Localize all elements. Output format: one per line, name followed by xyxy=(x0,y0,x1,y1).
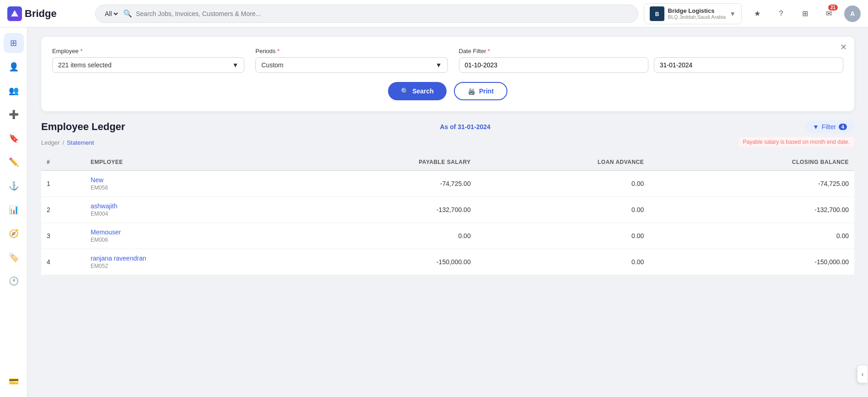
cell-payable-salary: -132,700.00 xyxy=(286,197,476,223)
ledger-table: # EMPLOYEE PAYABLE SALARY LOAN ADVANCE C… xyxy=(41,154,854,275)
col-num: # xyxy=(41,154,85,170)
cell-closing-balance: -150,000.00 xyxy=(649,249,854,275)
edit-icon: ✏️ xyxy=(9,157,19,167)
cell-num: 1 xyxy=(41,170,85,197)
logo-icon xyxy=(7,6,22,21)
as-of-text: As of 31-01-2024 xyxy=(440,123,491,131)
favorites-button[interactable]: ★ xyxy=(749,5,766,22)
cell-loan-advance: 0.00 xyxy=(476,223,650,249)
filter-btn-label: Filter xyxy=(822,123,836,131)
card-icon: 💳 xyxy=(9,376,19,386)
employee-name-link[interactable]: New xyxy=(91,176,280,184)
filter-card: ✕ Employee * 221 items selected ▼ Period… xyxy=(41,37,854,111)
cell-payable-salary: 0.00 xyxy=(286,223,476,249)
periods-required: * xyxy=(277,48,280,54)
employee-name-link[interactable]: ashwajith xyxy=(91,202,280,210)
search-filter-select[interactable]: All xyxy=(103,10,119,18)
employee-code: EM004 xyxy=(91,211,280,217)
avatar[interactable]: A xyxy=(844,5,861,22)
cell-closing-balance: -74,725.00 xyxy=(649,170,854,197)
as-of-date: 31-01-2024 xyxy=(458,123,491,131)
main-layout: ⊞ 👤 👥 ➕ 🔖 ✏️ ⚓ 📊 🧭 🏷️ 🕐 xyxy=(0,27,868,397)
sidebar-item-teams[interactable]: 👥 xyxy=(4,81,24,101)
logo-text: Bridge xyxy=(25,8,57,20)
cell-loan-advance: 0.00 xyxy=(476,170,650,197)
tag-icon: 🏷️ xyxy=(9,252,19,262)
col-employee: EMPLOYEE xyxy=(85,154,286,170)
employee-value: 221 items selected xyxy=(58,61,112,69)
employee-select[interactable]: 221 items selected ▼ xyxy=(52,57,244,73)
date-to-input[interactable] xyxy=(654,57,843,73)
date-filter-required: * xyxy=(488,48,490,54)
col-closing-balance: CLOSING BALANCE xyxy=(649,154,854,170)
date-filter-label: Date Filter * xyxy=(459,48,844,54)
search-input[interactable] xyxy=(136,10,631,17)
filter-icon: ▼ xyxy=(813,123,819,131)
employee-chevron-icon: ▼ xyxy=(232,61,238,69)
cell-employee: New EM056 xyxy=(85,170,286,197)
notice-text: Payable salary is based on month end dat… xyxy=(739,137,854,147)
company-name: Bridge Logistics xyxy=(668,7,726,14)
sidebar-item-grid[interactable]: ⊞ xyxy=(4,33,24,53)
page-title: Employee Ledger xyxy=(41,121,125,133)
date-from-input[interactable] xyxy=(459,57,648,73)
company-logo: B xyxy=(650,6,664,21)
breadcrumb-ledger[interactable]: Ledger xyxy=(41,139,59,146)
print-button[interactable]: 🖨️ Print xyxy=(454,82,507,100)
breadcrumb-separator: / xyxy=(62,139,64,146)
sidebar-item-payments[interactable]: 💳 xyxy=(4,371,24,392)
sidebar-item-reports[interactable]: 📊 xyxy=(4,200,24,220)
company-chevron-icon: ▼ xyxy=(729,10,736,17)
employee-required: * xyxy=(80,48,82,54)
topnav: Bridge All 🔍 B Bridge Logistics BLQ Jedd… xyxy=(0,0,868,27)
action-row: 🔍 Search 🖨️ Print xyxy=(52,82,843,100)
sidebar-item-navigate[interactable]: 🧭 xyxy=(4,223,24,244)
cell-loan-advance: 0.00 xyxy=(476,249,650,275)
filter-button[interactable]: ▼ Filter 4 xyxy=(805,120,854,133)
cell-employee: Memouser EM006 xyxy=(85,223,286,249)
search-button[interactable]: 🔍 Search xyxy=(388,82,447,100)
sidebar: ⊞ 👤 👥 ➕ 🔖 ✏️ ⚓ 📊 🧭 🏷️ 🕐 xyxy=(0,27,27,397)
sidebar-item-anchor[interactable]: ⚓ xyxy=(4,176,24,196)
close-filter-button[interactable]: ✕ xyxy=(840,42,847,52)
notifications-button[interactable]: ✉ 21 xyxy=(820,5,837,22)
col-payable-salary: PAYABLE SALARY xyxy=(286,154,476,170)
subheader-row: Ledger / Statement Payable salary is bas… xyxy=(41,137,854,151)
svg-text:B: B xyxy=(655,11,659,17)
bookmark-icon: 🔖 xyxy=(9,133,19,143)
sidebar-item-add-employee[interactable]: ➕ xyxy=(4,104,24,125)
chevron-left-icon: ‹ xyxy=(862,370,864,378)
anchor-icon: ⚓ xyxy=(9,181,19,191)
person-icon: 👤 xyxy=(9,62,19,72)
search-bar[interactable]: All 🔍 xyxy=(95,5,638,23)
company-select[interactable]: B Bridge Logistics BLQ Jeddah,Saudi Arab… xyxy=(644,3,742,24)
notification-badge: 21 xyxy=(828,5,838,11)
employee-filter-group: Employee * 221 items selected ▼ xyxy=(52,48,244,73)
help-button[interactable]: ? xyxy=(773,5,789,22)
cell-loan-advance: 0.00 xyxy=(476,197,650,223)
date-range xyxy=(459,57,844,73)
company-location: BLQ Jeddah,Saudi Arabia xyxy=(668,14,726,20)
cell-closing-balance: -132,700.00 xyxy=(649,197,854,223)
apps-button[interactable]: ⊞ xyxy=(797,5,813,22)
sidebar-item-bookmarks[interactable]: 🔖 xyxy=(4,128,24,148)
cell-employee: ashwajith EM004 xyxy=(85,197,286,223)
breadcrumb: Ledger / Statement xyxy=(41,139,94,146)
search-button-label: Search xyxy=(412,87,434,95)
search-button-icon: 🔍 xyxy=(401,87,409,95)
clock-icon: 🕐 xyxy=(9,276,19,286)
employee-name-link[interactable]: ranjana raveendran xyxy=(91,255,280,262)
table-row: 3 Memouser EM006 0.00 0.00 0.00 xyxy=(41,223,854,249)
cell-num: 2 xyxy=(41,197,85,223)
sidebar-item-tags[interactable]: 🏷️ xyxy=(4,247,24,267)
employee-name-link[interactable]: Memouser xyxy=(91,228,280,236)
sidebar-collapse-button[interactable]: ‹ xyxy=(857,365,868,383)
periods-select[interactable]: Custom ▼ xyxy=(255,57,447,73)
sidebar-item-history[interactable]: 🕐 xyxy=(4,271,24,291)
navigate-icon: 🧭 xyxy=(9,228,19,239)
table-row: 1 New EM056 -74,725.00 0.00 -74,725.00 xyxy=(41,170,854,197)
sidebar-item-employee[interactable]: 👤 xyxy=(4,57,24,77)
sidebar-item-edit[interactable]: ✏️ xyxy=(4,152,24,172)
nav-right: B Bridge Logistics BLQ Jeddah,Saudi Arab… xyxy=(644,3,861,24)
cell-num: 4 xyxy=(41,249,85,275)
